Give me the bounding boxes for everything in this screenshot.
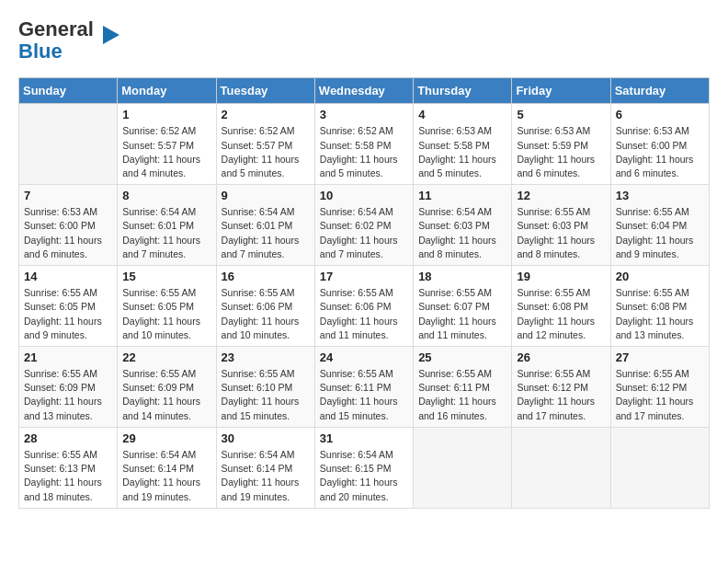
day-info: Sunrise: 6:55 AM Sunset: 6:13 PM Dayligh… — [24, 448, 112, 504]
day-cell: 14Sunrise: 6:55 AM Sunset: 6:05 PM Dayli… — [19, 266, 118, 347]
day-number: 21 — [24, 350, 112, 364]
week-row-3: 14Sunrise: 6:55 AM Sunset: 6:05 PM Dayli… — [19, 266, 710, 347]
column-header-thursday: Thursday — [414, 78, 512, 104]
column-header-monday: Monday — [118, 78, 216, 104]
calendar-table: SundayMondayTuesdayWednesdayThursdayFrid… — [18, 77, 710, 508]
day-number: 26 — [517, 350, 605, 364]
day-cell: 11Sunrise: 6:54 AM Sunset: 6:03 PM Dayli… — [414, 185, 512, 266]
day-cell: 19Sunrise: 6:55 AM Sunset: 6:08 PM Dayli… — [512, 266, 610, 347]
day-info: Sunrise: 6:52 AM Sunset: 5:57 PM Dayligh… — [222, 124, 310, 180]
day-number: 9 — [222, 189, 310, 202]
column-header-saturday: Saturday — [610, 78, 709, 104]
week-row-5: 28Sunrise: 6:55 AM Sunset: 6:13 PM Dayli… — [19, 427, 710, 508]
day-cell: 24Sunrise: 6:55 AM Sunset: 6:11 PM Dayli… — [314, 347, 413, 428]
day-info: Sunrise: 6:54 AM Sunset: 6:01 PM Dayligh… — [222, 205, 310, 261]
day-cell: 25Sunrise: 6:55 AM Sunset: 6:11 PM Dayli… — [414, 347, 512, 428]
day-cell: 22Sunrise: 6:55 AM Sunset: 6:09 PM Dayli… — [118, 347, 216, 428]
day-cell: 21Sunrise: 6:55 AM Sunset: 6:09 PM Dayli… — [19, 347, 118, 428]
day-number: 5 — [517, 108, 605, 121]
svg-marker-0 — [103, 26, 119, 44]
day-cell: 31Sunrise: 6:54 AM Sunset: 6:15 PM Dayli… — [314, 427, 413, 508]
day-info: Sunrise: 6:55 AM Sunset: 6:09 PM Dayligh… — [122, 367, 210, 423]
day-info: Sunrise: 6:54 AM Sunset: 6:14 PM Dayligh… — [222, 448, 310, 504]
day-info: Sunrise: 6:55 AM Sunset: 6:07 PM Dayligh… — [418, 286, 506, 342]
day-number: 19 — [517, 270, 605, 283]
day-number: 23 — [222, 350, 310, 364]
day-number: 8 — [122, 189, 210, 202]
logo-icon — [97, 22, 123, 52]
day-cell: 18Sunrise: 6:55 AM Sunset: 6:07 PM Dayli… — [414, 266, 512, 347]
day-info: Sunrise: 6:55 AM Sunset: 6:10 PM Dayligh… — [222, 367, 310, 423]
day-info: Sunrise: 6:52 AM Sunset: 5:57 PM Dayligh… — [122, 124, 210, 180]
day-info: Sunrise: 6:55 AM Sunset: 6:08 PM Dayligh… — [517, 286, 605, 342]
day-number: 12 — [517, 189, 605, 202]
day-info: Sunrise: 6:55 AM Sunset: 6:12 PM Dayligh… — [616, 367, 704, 423]
day-cell — [414, 427, 512, 508]
page-header: General Blue — [18, 18, 710, 63]
day-cell: 23Sunrise: 6:55 AM Sunset: 6:10 PM Dayli… — [216, 347, 314, 428]
day-number: 6 — [616, 108, 704, 121]
day-cell: 6Sunrise: 6:53 AM Sunset: 6:00 PM Daylig… — [610, 104, 709, 185]
day-number: 20 — [616, 270, 704, 283]
day-info: Sunrise: 6:55 AM Sunset: 6:04 PM Dayligh… — [616, 205, 704, 261]
day-number: 2 — [222, 108, 310, 121]
day-cell: 30Sunrise: 6:54 AM Sunset: 6:14 PM Dayli… — [216, 427, 314, 508]
day-cell: 12Sunrise: 6:55 AM Sunset: 6:03 PM Dayli… — [512, 185, 610, 266]
day-cell: 4Sunrise: 6:53 AM Sunset: 5:58 PM Daylig… — [414, 104, 512, 185]
day-info: Sunrise: 6:55 AM Sunset: 6:05 PM Dayligh… — [122, 286, 210, 342]
day-number: 15 — [122, 270, 210, 283]
day-info: Sunrise: 6:55 AM Sunset: 6:11 PM Dayligh… — [418, 367, 506, 423]
day-info: Sunrise: 6:53 AM Sunset: 5:58 PM Dayligh… — [418, 124, 506, 180]
column-header-sunday: Sunday — [19, 78, 118, 104]
day-number: 4 — [418, 108, 506, 121]
day-number: 27 — [616, 350, 704, 364]
day-cell: 10Sunrise: 6:54 AM Sunset: 6:02 PM Dayli… — [314, 185, 413, 266]
day-number: 3 — [320, 108, 408, 121]
logo: General Blue — [18, 18, 123, 63]
column-header-tuesday: Tuesday — [216, 78, 314, 104]
day-info: Sunrise: 6:54 AM Sunset: 6:01 PM Dayligh… — [122, 205, 210, 261]
day-info: Sunrise: 6:55 AM Sunset: 6:09 PM Dayligh… — [24, 367, 112, 423]
week-row-4: 21Sunrise: 6:55 AM Sunset: 6:09 PM Dayli… — [19, 347, 710, 428]
day-cell: 9Sunrise: 6:54 AM Sunset: 6:01 PM Daylig… — [216, 185, 314, 266]
day-number: 1 — [122, 108, 210, 121]
day-cell: 15Sunrise: 6:55 AM Sunset: 6:05 PM Dayli… — [118, 266, 216, 347]
day-info: Sunrise: 6:54 AM Sunset: 6:15 PM Dayligh… — [320, 448, 408, 504]
day-number: 24 — [320, 350, 408, 364]
logo-text: General Blue — [18, 18, 94, 63]
day-number: 10 — [320, 189, 408, 202]
day-info: Sunrise: 6:54 AM Sunset: 6:02 PM Dayligh… — [320, 205, 408, 261]
day-cell: 2Sunrise: 6:52 AM Sunset: 5:57 PM Daylig… — [216, 104, 314, 185]
day-cell — [610, 427, 709, 508]
day-info: Sunrise: 6:55 AM Sunset: 6:06 PM Dayligh… — [320, 286, 408, 342]
day-info: Sunrise: 6:55 AM Sunset: 6:03 PM Dayligh… — [517, 205, 605, 261]
day-cell: 27Sunrise: 6:55 AM Sunset: 6:12 PM Dayli… — [610, 347, 709, 428]
week-row-1: 1Sunrise: 6:52 AM Sunset: 5:57 PM Daylig… — [19, 104, 710, 185]
day-info: Sunrise: 6:55 AM Sunset: 6:05 PM Dayligh… — [24, 286, 112, 342]
day-cell: 17Sunrise: 6:55 AM Sunset: 6:06 PM Dayli… — [314, 266, 413, 347]
day-number: 18 — [418, 270, 506, 283]
day-cell: 20Sunrise: 6:55 AM Sunset: 6:08 PM Dayli… — [610, 266, 709, 347]
column-header-wednesday: Wednesday — [314, 78, 413, 104]
day-number: 16 — [222, 270, 310, 283]
day-number: 13 — [616, 189, 704, 202]
day-number: 28 — [24, 431, 112, 445]
day-info: Sunrise: 6:52 AM Sunset: 5:58 PM Dayligh… — [320, 124, 408, 180]
day-cell: 5Sunrise: 6:53 AM Sunset: 5:59 PM Daylig… — [512, 104, 610, 185]
day-cell: 7Sunrise: 6:53 AM Sunset: 6:00 PM Daylig… — [19, 185, 118, 266]
day-cell: 16Sunrise: 6:55 AM Sunset: 6:06 PM Dayli… — [216, 266, 314, 347]
day-cell: 1Sunrise: 6:52 AM Sunset: 5:57 PM Daylig… — [118, 104, 216, 185]
day-info: Sunrise: 6:54 AM Sunset: 6:14 PM Dayligh… — [122, 448, 210, 504]
day-cell: 13Sunrise: 6:55 AM Sunset: 6:04 PM Dayli… — [610, 185, 709, 266]
day-cell: 28Sunrise: 6:55 AM Sunset: 6:13 PM Dayli… — [19, 427, 118, 508]
day-info: Sunrise: 6:55 AM Sunset: 6:06 PM Dayligh… — [222, 286, 310, 342]
day-number: 31 — [320, 431, 408, 445]
day-number: 30 — [222, 431, 310, 445]
day-number: 7 — [24, 189, 112, 202]
day-info: Sunrise: 6:54 AM Sunset: 6:03 PM Dayligh… — [418, 205, 506, 261]
column-header-friday: Friday — [512, 78, 610, 104]
day-number: 14 — [24, 270, 112, 283]
day-info: Sunrise: 6:55 AM Sunset: 6:12 PM Dayligh… — [517, 367, 605, 423]
day-number: 11 — [418, 189, 506, 202]
day-number: 29 — [122, 431, 210, 445]
